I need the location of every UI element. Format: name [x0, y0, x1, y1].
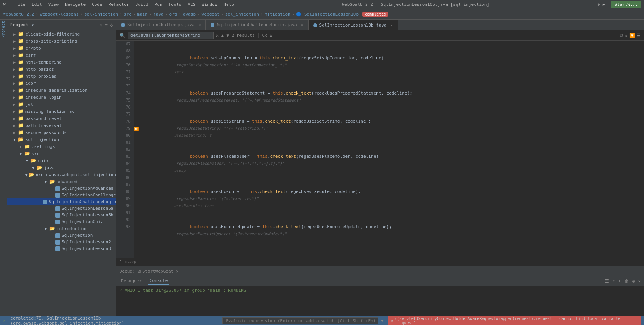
breadcrumb-org[interactable]: org — [169, 12, 177, 17]
code-editor[interactable]: 67 68 69 70 71 72 73 74 75 76 77 78 79 8… — [116, 41, 644, 258]
watch-filter-icon[interactable]: ▼ — [381, 318, 384, 323]
tree-csrf[interactable]: ▶📁csrf — [7, 52, 116, 59]
search-replace-icon[interactable]: ↕ — [625, 33, 628, 38]
breadcrumb-webgoat[interactable]: WebGoat8.2.2 — [3, 12, 34, 17]
tree-SqlInjectionLesson6b[interactable]: SqlInjectionLesson6b — [7, 212, 116, 218]
settings-icon[interactable]: ⚙ — [110, 22, 113, 28]
breadcrumb-sql-injection2[interactable]: sql_injection — [225, 12, 259, 17]
tree-SqlInjectionChallengeLogin[interactable]: SqlInjectionChallengeLogin — [7, 198, 116, 205]
start-webgoat-btn[interactable]: StartW... — [611, 1, 641, 8]
tree-http-proxies[interactable]: ▶📁http-proxies — [7, 73, 116, 80]
breadcrumb-java[interactable]: java — [153, 12, 164, 17]
debug-close-btn[interactable]: ✕ — [176, 269, 178, 274]
breadcrumb-lesson10b[interactable]: 🔵 SqlInjectionLesson10b — [296, 12, 359, 17]
breadcrumb-completed-badge: completed — [362, 12, 388, 17]
tree-html-tampering[interactable]: ▶📁html-tampering — [7, 59, 116, 66]
tree-insecure-deserialization[interactable]: ▶📁insecure-deserialization — [7, 87, 116, 94]
collapse-icon[interactable]: ≡ — [105, 22, 108, 28]
tree-insecure-login[interactable]: ▶📁insecure-login — [7, 94, 116, 101]
code-line-71: boolean usesPlaceholder = this.check_tex… — [143, 146, 641, 181]
search-filter-icon[interactable]: ⧉ — [620, 33, 623, 38]
editor-area: SqlInjectionChallenge.java ✕ SqlInjectio… — [116, 20, 644, 316]
tree-SqlInjectionQuiz[interactable]: SqlInjectionQuiz — [7, 218, 116, 225]
tree-advanced[interactable]: ▼📂advanced — [7, 178, 116, 185]
tab-close-2[interactable]: ✕ — [301, 23, 303, 27]
locate-icon[interactable]: ⊕ — [100, 22, 102, 28]
search-prev-btn[interactable]: ▲ — [221, 33, 224, 38]
clear-search-btn[interactable]: ✕ — [216, 33, 219, 38]
menu-navigate[interactable]: Navigate — [65, 2, 86, 7]
tree-SqlInjectionLesson3[interactable]: SqlInjectionLesson3 — [7, 245, 116, 252]
tab-debugger[interactable]: Debugger — [120, 278, 143, 284]
tree-sql-injection[interactable]: ▼📂sql-injection — [7, 136, 116, 143]
menu-view[interactable]: View — [48, 2, 59, 7]
tree-SqlInjection[interactable]: SqlInjection — [7, 232, 116, 239]
tree-main[interactable]: ▼📂main — [7, 157, 116, 164]
status-error-badge[interactable]: ⊗ ((Servlet3SecurityContextHolderAwareRe… — [388, 316, 641, 325]
debug-label: Debug: — [120, 269, 135, 274]
search-W-btn[interactable]: W — [270, 33, 273, 38]
tree-settings[interactable]: ▶📁.settings — [7, 143, 116, 150]
tab-console[interactable]: Console — [148, 277, 169, 285]
breadcrumb-webgoat2[interactable]: webgoat — [202, 12, 219, 17]
process-name[interactable]: StartWebGoat — [143, 269, 173, 274]
tree-password-reset[interactable]: ▶📁password-reset — [7, 115, 116, 122]
search-options-icon[interactable]: ☰ — [637, 33, 641, 38]
breadcrumb-lessons[interactable]: webgoat-lessons — [40, 12, 78, 17]
breadcrumb-main[interactable]: main — [137, 12, 148, 17]
tree-org[interactable]: ▼📂org.owasp.webgoat.sql_injection — [7, 171, 116, 178]
breadcrumb-mitigation[interactable]: mitigation — [265, 12, 291, 17]
breadcrumb-sql-injection[interactable]: sql-injection — [84, 12, 118, 17]
tree-jwt[interactable]: ▶📁jwt — [7, 101, 116, 108]
code-line-74 — [143, 245, 641, 252]
tree-SqlInjectionChallenge[interactable]: SqlInjectionChallenge — [7, 192, 116, 198]
tree-java[interactable]: ▼📂java — [7, 164, 116, 171]
breadcrumb-owasp[interactable]: owasp — [183, 12, 196, 17]
tree-src[interactable]: ▼📂src — [7, 150, 116, 157]
tree-missing-function-ac[interactable]: ▶📁missing-function-ac — [7, 108, 116, 115]
menu-file[interactable]: File — [15, 2, 26, 7]
tab-close-3[interactable]: ✕ — [391, 23, 393, 27]
tree-path-traversal[interactable]: ▶📁path-traversal — [7, 122, 116, 129]
editor-gutter: ⏩ — [134, 41, 140, 258]
console-scroll-up-btn[interactable]: ⬆ — [612, 279, 615, 284]
search-next-btn[interactable]: ▼ — [226, 33, 229, 38]
watch-input[interactable] — [222, 317, 378, 324]
tree-SqlInjectionLesson6a[interactable]: SqlInjectionLesson6a — [7, 205, 116, 212]
menu-refactor[interactable]: Refactor — [109, 2, 129, 7]
menu-tools[interactable]: Tools — [169, 2, 182, 7]
bottom-tabs: Debugger Console ☰ ⬆ ⬇ 🗑 ⚙ ✕ — [116, 276, 644, 286]
search-close-icon[interactable]: 🔽 — [629, 33, 635, 38]
menu-help[interactable]: Help — [223, 2, 234, 7]
tree-cross-site-scripting[interactable]: ▶📁cross-site-scripting — [7, 38, 116, 45]
tab-close-1[interactable]: ✕ — [198, 23, 201, 27]
console-scroll-down-btn[interactable]: ⬇ — [618, 279, 621, 284]
menu-edit[interactable]: Edit — [32, 2, 42, 7]
tab-SqlInjectionChallenge[interactable]: SqlInjectionChallenge.java ✕ — [116, 20, 206, 30]
breadcrumb-src[interactable]: src — [124, 12, 132, 17]
tree-crypto[interactable]: ▶📁crypto — [7, 45, 116, 52]
console-scroll-btn[interactable]: ☰ — [605, 279, 609, 284]
tab-SqlInjectionChallengeLogin[interactable]: SqlInjectionChallengeLogin.java ✕ — [206, 20, 308, 30]
menu-build[interactable]: Build — [136, 2, 148, 7]
search-Cc-btn[interactable]: Cc — [262, 33, 268, 38]
tree-http-basics[interactable]: ▶📁http-basics — [7, 66, 116, 73]
tree-SqlInjectionLesson2[interactable]: SqlInjectionLesson2 — [7, 239, 116, 245]
tree-introduction[interactable]: ▼📂introduction — [7, 225, 116, 232]
tree-secure-passwords[interactable]: ▶📁secure-passwords — [7, 129, 116, 136]
menu-window[interactable]: Window — [202, 2, 218, 7]
menu-code[interactable]: Code — [92, 2, 102, 7]
tree-idor[interactable]: ▶📁idor — [7, 80, 116, 87]
project-icon[interactable]: Project — [1, 21, 5, 38]
console-clear-btn[interactable]: 🗑 — [624, 279, 629, 284]
code-content[interactable]: boolean setsUpConnection = this.check_te… — [140, 41, 644, 258]
tree-client-side-filtering[interactable]: ▶📁client-side-filtering — [7, 30, 116, 38]
tab-SqlInjectionLesson10b[interactable]: SqlInjectionLesson10b.java ✕ — [309, 20, 398, 30]
console-filter-btn[interactable]: ⚙ — [632, 279, 635, 284]
console-close-btn[interactable]: ✕ — [638, 279, 641, 284]
tree-SqlInjectionAdvanced[interactable]: SqlInjectionAdvanced — [7, 185, 116, 192]
search-input[interactable] — [128, 32, 214, 39]
menu-run[interactable]: Run — [155, 2, 162, 7]
menu-vcs[interactable]: VCS — [188, 2, 196, 7]
code-line-68: boolean setsUpConnection = this.check_te… — [143, 48, 641, 83]
